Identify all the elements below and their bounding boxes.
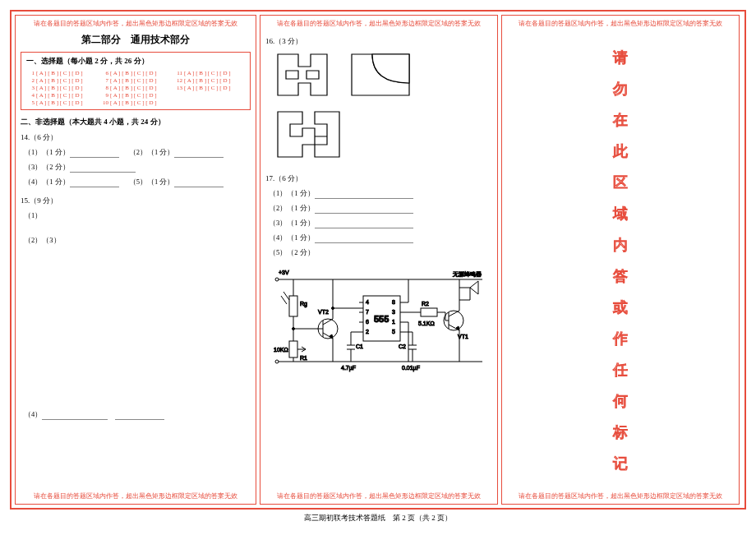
svg-line-9 <box>281 296 287 304</box>
svg-rect-62 <box>421 308 437 316</box>
q14: 14.（6 分） <box>21 132 251 143</box>
boundary-warning-top: 请在各题目的答题区域内作答，超出黑色矩形边框限定区域的答案无效 <box>265 19 492 28</box>
q14-2[interactable]: （3）（2 分） <box>24 163 251 173</box>
svg-text:5.1KΩ: 5.1KΩ <box>418 321 435 326</box>
svg-text:7: 7 <box>366 309 369 315</box>
panel-right-body: 请 勿 在 此 区 域 内 答 或 作 任 何 标 记 <box>507 31 734 491</box>
svg-point-1 <box>275 278 279 281</box>
q16-figure-row2 <box>274 108 492 165</box>
svg-point-4 <box>275 360 279 363</box>
svg-text:3: 3 <box>392 309 395 315</box>
svg-text:0.01µF: 0.01µF <box>402 365 420 371</box>
svg-text:R2: R2 <box>422 301 429 307</box>
svg-text:4: 4 <box>366 299 369 305</box>
svg-text:+3V: +3V <box>279 270 289 275</box>
mc-item[interactable]: 4[ A ] [ B ] [ C ] [ D ] <box>26 92 97 99</box>
q17-4[interactable]: （4）（1 分） <box>269 233 492 243</box>
mc-item[interactable]: 8[ A ] [ B ] [ C ] [ D ] <box>100 85 171 91</box>
free-response-heading: 二、非选择题（本大题共 4 小题，共 24 分） <box>21 117 251 127</box>
q16-figure-row <box>274 50 492 99</box>
q17-2[interactable]: （2）（1 分） <box>269 204 492 214</box>
svg-text:8: 8 <box>392 299 395 305</box>
q15-1[interactable]: （1） <box>24 211 251 221</box>
q17: 17.（6 分） <box>265 173 492 184</box>
mc-item[interactable]: 10[ A ] [ B ] [ C ] [ D ] <box>100 99 171 106</box>
ortho-view-1 <box>274 50 331 99</box>
mc-item[interactable]: 12[ A ] [ B ] [ C ] [ D ] <box>174 77 245 84</box>
mc-item[interactable]: 5[ A ] [ B ] [ C ] [ D ] <box>26 99 97 106</box>
ortho-view-2 <box>348 50 413 99</box>
svg-text:4.7µF: 4.7µF <box>341 365 356 371</box>
svg-text:555: 555 <box>374 314 389 324</box>
svg-text:C2: C2 <box>399 344 406 349</box>
multiple-choice-box: 一、选择题（每小题 2 分，共 26 分） 1[ A ] [ B ] [ C ]… <box>21 52 251 110</box>
q15-4[interactable]: （4） <box>24 410 251 420</box>
svg-rect-6 <box>289 296 297 316</box>
mc-item[interactable]: 13[ A ] [ B ] [ C ] [ D ] <box>174 85 245 91</box>
mc-item[interactable]: 7[ A ] [ B ] [ C ] [ D ] <box>100 77 171 84</box>
svg-text:5: 5 <box>392 329 395 334</box>
svg-text:1: 1 <box>392 319 395 325</box>
svg-text:C1: C1 <box>356 344 363 349</box>
ortho-view-3 <box>274 108 348 165</box>
do-not-write-warning: 请 勿 在 此 区 域 内 答 或 作 任 何 标 记 <box>507 31 734 491</box>
panel-right: 请在各题目的答题区域内作答，超出黑色矩形边框限定区域的答案无效 请 勿 在 此 … <box>501 15 740 505</box>
boundary-warning-top: 请在各题目的答题区域内作答，超出黑色矩形边框限定区域的答案无效 <box>21 19 251 28</box>
panel-middle: 请在各题目的答题区域内作答，超出黑色矩形边框限定区域的答案无效 16.（3 分） <box>260 15 498 505</box>
svg-text:Rg: Rg <box>300 301 307 307</box>
svg-text:2: 2 <box>366 329 369 334</box>
svg-text:10KΩ: 10KΩ <box>274 347 288 353</box>
q17-3[interactable]: （3）（1 分） <box>269 219 492 228</box>
q14-3[interactable]: （4）（1 分） （5）（1 分） <box>24 178 251 187</box>
mc-item[interactable]: 11[ A ] [ B ] [ C ] [ D ] <box>174 70 245 76</box>
mc-item[interactable]: 9[ A ] [ B ] [ C ] [ D ] <box>100 92 171 99</box>
boundary-warning-bottom: 请在各题目的答题区域内作答，超出黑色矩形边框限定区域的答案无效 <box>507 491 734 500</box>
q15: 15.（9 分） <box>21 196 251 206</box>
boundary-warning-top: 请在各题目的答题区域内作答，超出黑色矩形边框限定区域的答案无效 <box>507 19 734 28</box>
mc-grid: 1[ A ] [ B ] [ C ] [ D ] 6[ A ] [ B ] [ … <box>26 70 245 106</box>
panel-left-body: 第二部分 通用技术部分 一、选择题（每小题 2 分，共 26 分） 1[ A ]… <box>21 31 251 491</box>
q17-1[interactable]: （1）（1 分） <box>269 189 492 199</box>
mc-item[interactable]: 3[ A ] [ B ] [ C ] [ D ] <box>26 85 97 91</box>
svg-text:6: 6 <box>366 319 369 325</box>
boundary-warning-bottom: 请在各题目的答题区域内作答，超出黑色矩形边框限定区域的答案无效 <box>265 491 492 500</box>
q14-1[interactable]: （1）（1 分） （2）（1 分） <box>24 148 251 158</box>
mc-item[interactable]: 2[ A ] [ B ] [ C ] [ D ] <box>26 77 97 84</box>
answer-sheet: 请在各题目的答题区域内作答，超出黑色矩形边框限定区域的答案无效 第二部分 通用技… <box>10 10 746 510</box>
panel-left: 请在各题目的答题区域内作答，超出黑色矩形边框限定区域的答案无效 第二部分 通用技… <box>15 15 256 505</box>
q15-2[interactable]: （2）（3） <box>24 236 251 246</box>
q16: 16.（3 分） <box>265 36 492 47</box>
page-footer: 高三期初联考技术答题纸 第 2 页（共 2 页） <box>10 513 746 523</box>
svg-rect-12 <box>289 341 297 357</box>
boundary-warning-bottom: 请在各题目的答题区域内作答，超出黑色矩形边框限定区域的答案无效 <box>21 491 251 500</box>
svg-line-8 <box>284 292 289 300</box>
panel-middle-body: 16.（3 分） 17.（6 分） （1）（1 分） （2）（1 <box>265 31 492 491</box>
svg-text:R1: R1 <box>300 355 307 361</box>
svg-text:VT2: VT2 <box>318 309 329 315</box>
mc-heading: 一、选择题（每小题 2 分，共 26 分） <box>26 56 245 67</box>
section-title: 第二部分 通用技术部分 <box>21 33 251 47</box>
circuit-diagram: +3V Rg <box>269 263 492 380</box>
mc-item[interactable]: 6[ A ] [ B ] [ C ] [ D ] <box>100 70 171 76</box>
q17-5-label: （5）（2 分） <box>269 248 492 258</box>
mc-item[interactable]: 1[ A ] [ B ] [ C ] [ D ] <box>26 70 97 76</box>
svg-text:无源蜂鸣器: 无源蜂鸣器 <box>453 271 482 277</box>
